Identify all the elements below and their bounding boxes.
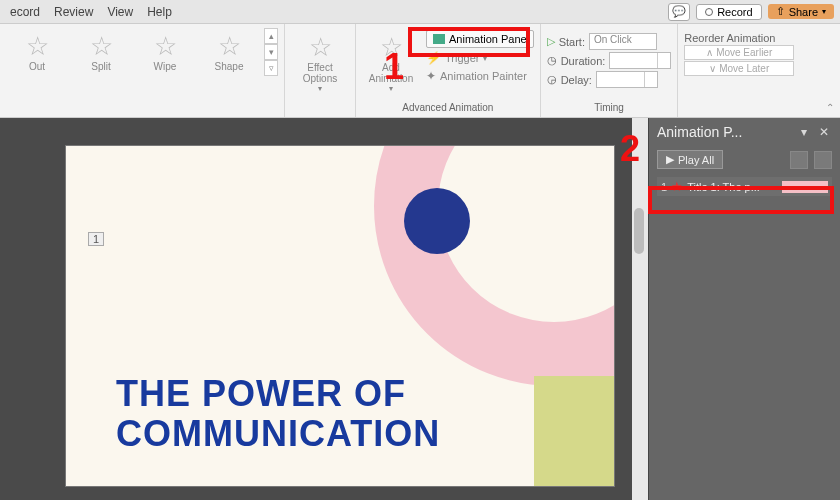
shape-ring[interactable]: [374, 146, 614, 386]
item-index: 1: [661, 181, 667, 193]
gallery-item-wipe[interactable]: ☆Wipe: [134, 29, 196, 76]
timeline-bar[interactable]: [782, 181, 828, 193]
move-up-button[interactable]: [790, 151, 808, 169]
star-icon: ☆: [309, 34, 332, 60]
more-icon[interactable]: ▿: [264, 60, 278, 76]
star-icon: ☆: [154, 33, 177, 59]
group-label-timing: Timing: [594, 102, 624, 115]
duration-row: ◷Duration:: [547, 52, 672, 69]
pane-icon: [433, 34, 445, 44]
effect-icon: ★: [671, 179, 683, 194]
pane-toolbar: ▶Play All: [649, 146, 840, 173]
star-icon: ☆: [26, 33, 49, 59]
animation-order-tag[interactable]: 1: [88, 232, 104, 246]
comments-icon[interactable]: 💬: [668, 3, 690, 21]
menu-view[interactable]: View: [107, 5, 133, 19]
star-icon: ☆: [90, 33, 113, 59]
menu-bar: ecord Review View Help: [6, 5, 172, 19]
scrollbar-thumb[interactable]: [634, 208, 644, 254]
star-icon: ☆: [218, 33, 241, 59]
move-later-button[interactable]: ∨ Move Later: [684, 61, 794, 76]
animation-pane-label: Animation Pane: [449, 33, 527, 45]
move-down-button[interactable]: [814, 151, 832, 169]
bolt-icon: ⚡: [426, 51, 441, 65]
animation-list-item[interactable]: 1 ★ Title 1: The p...: [657, 177, 832, 196]
chevron-down-icon[interactable]: ▾: [264, 44, 278, 60]
slide-canvas[interactable]: 1 THE POWER OF COMMUNICATION: [66, 146, 614, 486]
share-label: Share: [789, 6, 818, 18]
thumbnail-rail[interactable]: [0, 118, 14, 500]
shape-rect[interactable]: [534, 376, 614, 486]
record-button[interactable]: Record: [696, 4, 761, 20]
menu-help[interactable]: Help: [147, 5, 172, 19]
clock-icon: ◷: [547, 54, 557, 67]
reorder-title: Reorder Animation: [684, 32, 794, 44]
move-earlier-button[interactable]: ∧ Move Earlier: [684, 45, 794, 60]
play-icon: ▶: [666, 153, 674, 166]
effect-options-label: Effect Options: [303, 62, 337, 84]
title-bar: ecord Review View Help 💬 Record ⇧ Share …: [0, 0, 840, 24]
play-all-button[interactable]: ▶Play All: [657, 150, 723, 169]
chevron-down-icon: ▾: [389, 84, 393, 93]
shape-circle[interactable]: [404, 188, 470, 254]
item-label: Title 1: The p...: [687, 181, 760, 193]
record-dot-icon: [705, 8, 713, 16]
gallery-item-out[interactable]: ☆Out: [6, 29, 68, 76]
duration-input[interactable]: [609, 52, 671, 69]
add-animation-button[interactable]: ☆ Add Animation ▾: [362, 28, 420, 93]
collapse-ribbon-icon[interactable]: ⌃: [826, 102, 834, 113]
group-label-advanced: Advanced Animation: [402, 102, 493, 115]
menu-record[interactable]: ecord: [10, 5, 40, 19]
pane-header: Animation P... ▾ ✕: [649, 118, 840, 146]
slide-title[interactable]: THE POWER OF COMMUNICATION: [116, 374, 440, 453]
vertical-scrollbar[interactable]: [632, 118, 648, 500]
chevron-up-icon[interactable]: ▴: [264, 28, 278, 44]
star-icon: ☆: [380, 34, 403, 60]
share-button[interactable]: ⇧ Share ▾: [768, 4, 834, 19]
add-animation-label: Add Animation: [369, 62, 413, 84]
record-label: Record: [717, 6, 752, 18]
gallery-item-shape[interactable]: ☆Shape: [198, 29, 260, 76]
ribbon: ☆Out ☆Split ☆Wipe ☆Shape ▴▾▿ ☆ Effect Op…: [0, 24, 840, 118]
gallery-item-split[interactable]: ☆Split: [70, 29, 132, 76]
animation-painter-button[interactable]: ✦Animation Painter: [426, 68, 534, 84]
gallery-nav[interactable]: ▴▾▿: [264, 28, 278, 76]
brush-icon: ✦: [426, 69, 436, 83]
pane-title: Animation P...: [657, 124, 792, 140]
animation-gallery[interactable]: ☆Out ☆Split ☆Wipe ☆Shape ▴▾▿: [6, 28, 278, 76]
animation-pane: Animation P... ▾ ✕ ▶Play All 1 ★ Title 1…: [648, 118, 840, 500]
chevron-down-icon: ▾: [822, 7, 826, 16]
play-icon: ▷: [547, 35, 555, 48]
trigger-button[interactable]: ⚡Trigger▾: [426, 50, 534, 66]
delay-row: ◶Delay:: [547, 71, 672, 88]
chevron-down-icon[interactable]: ▾: [798, 125, 810, 139]
chevron-down-icon: ▾: [483, 54, 487, 63]
chevron-down-icon: ▾: [318, 84, 322, 93]
slide-area[interactable]: 1 THE POWER OF COMMUNICATION: [14, 118, 632, 500]
effect-options-button[interactable]: ☆ Effect Options ▾: [291, 28, 349, 93]
clock-icon: ◶: [547, 73, 557, 86]
delay-input[interactable]: [596, 71, 658, 88]
share-icon: ⇧: [776, 5, 785, 18]
close-icon[interactable]: ✕: [816, 125, 832, 139]
menu-review[interactable]: Review: [54, 5, 93, 19]
start-row: ▷Start:On Click: [547, 33, 672, 50]
workspace: 1 THE POWER OF COMMUNICATION Animation P…: [0, 118, 840, 500]
animation-pane-button[interactable]: Animation Pane: [426, 30, 534, 48]
start-dropdown[interactable]: On Click: [589, 33, 657, 50]
